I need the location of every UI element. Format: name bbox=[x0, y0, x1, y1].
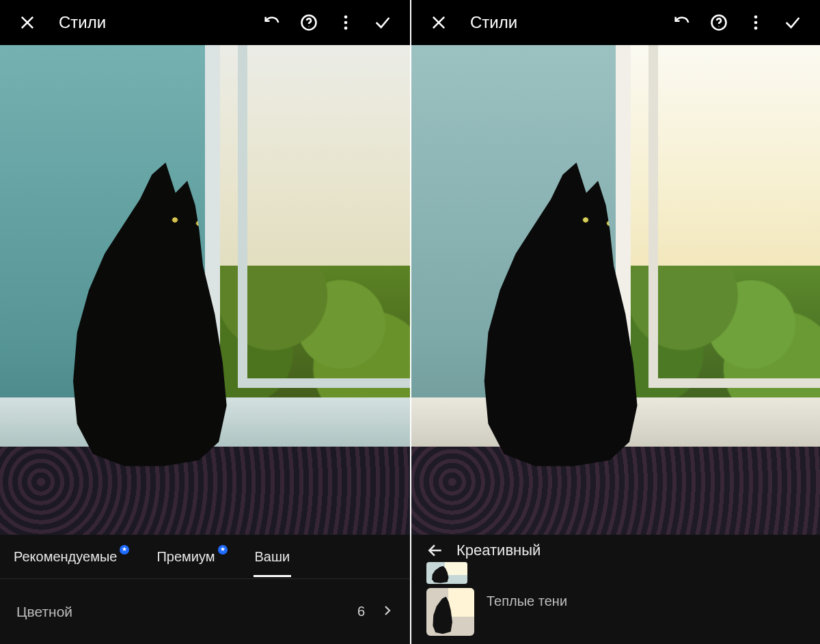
category-row-color[interactable]: Цветной 6 bbox=[0, 579, 410, 644]
svg-point-4 bbox=[344, 27, 348, 30]
svg-point-7 bbox=[754, 16, 758, 19]
breadcrumb-label: Креативный bbox=[456, 542, 541, 559]
undo-icon[interactable] bbox=[257, 8, 287, 38]
check-icon[interactable] bbox=[368, 8, 398, 38]
styles-panel: Рекомендуемые Премиум Ваши Цветной 6 bbox=[0, 535, 410, 644]
edited-photo bbox=[0, 45, 410, 535]
screen-right: Стили bbox=[410, 0, 820, 644]
star-badge-icon bbox=[120, 545, 129, 555]
star-badge-icon bbox=[218, 545, 228, 555]
arrow-left-icon[interactable] bbox=[426, 542, 444, 559]
preset-thumb-prev[interactable] bbox=[426, 562, 467, 584]
style-tabs: Рекомендуемые Премиум Ваши bbox=[0, 535, 410, 578]
tab-label: Премиум bbox=[156, 549, 215, 565]
page-title: Стили bbox=[470, 13, 660, 32]
chevron-right-icon bbox=[381, 604, 394, 620]
preset-strip[interactable]: Теплые тени bbox=[411, 566, 820, 644]
svg-point-9 bbox=[754, 27, 758, 30]
app-bar: Стили bbox=[411, 0, 820, 45]
preset-panel: Креативный Теплые тени bbox=[411, 535, 820, 644]
tab-recommended[interactable]: Рекомендуемые bbox=[12, 545, 131, 569]
svg-point-2 bbox=[344, 16, 348, 19]
screen-left: Стили Р bbox=[0, 0, 410, 644]
more-icon[interactable] bbox=[741, 8, 771, 38]
check-icon[interactable] bbox=[778, 8, 808, 38]
image-canvas[interactable] bbox=[0, 45, 410, 535]
svg-point-8 bbox=[754, 21, 758, 25]
svg-point-1 bbox=[308, 26, 309, 27]
page-title: Стили bbox=[59, 13, 250, 32]
tab-yours[interactable]: Ваши bbox=[254, 545, 292, 569]
svg-point-6 bbox=[718, 26, 719, 27]
tab-label: Рекомендуемые bbox=[14, 549, 117, 565]
undo-icon[interactable] bbox=[667, 8, 697, 38]
close-icon[interactable] bbox=[424, 8, 454, 38]
edited-photo bbox=[411, 45, 820, 535]
help-icon[interactable] bbox=[294, 8, 324, 38]
more-icon[interactable] bbox=[331, 8, 361, 38]
close-icon[interactable] bbox=[12, 8, 42, 38]
help-icon[interactable] bbox=[704, 8, 734, 38]
category-label: Цветной bbox=[16, 604, 72, 620]
image-canvas[interactable] bbox=[411, 45, 820, 535]
preset-thumb-warm-shadows[interactable] bbox=[426, 588, 474, 636]
tab-premium[interactable]: Премиум bbox=[155, 545, 228, 569]
tab-label: Ваши bbox=[255, 549, 290, 565]
app-bar: Стили bbox=[0, 0, 410, 45]
category-count: 6 bbox=[357, 604, 365, 619]
svg-point-3 bbox=[344, 21, 348, 25]
preset-label: Теплые тени bbox=[487, 593, 567, 609]
preset-breadcrumb: Креативный bbox=[411, 535, 820, 566]
